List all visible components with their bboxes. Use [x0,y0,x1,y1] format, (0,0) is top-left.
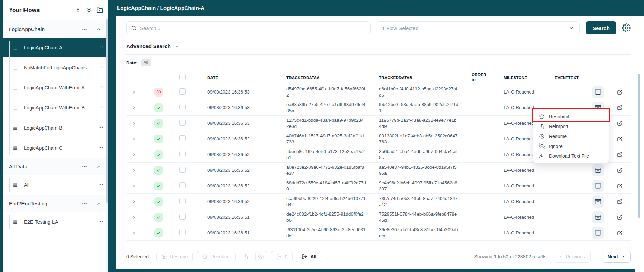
sidebar-item[interactable]: LogicAppChain-WithError-B [3,98,108,118]
ignore-icon-button[interactable] [255,251,267,262]
expand-row-icon[interactable] [126,183,144,189]
ellipsis-icon[interactable] [98,144,104,150]
row-checkbox[interactable] [179,214,186,220]
ellipsis-icon[interactable] [98,84,104,90]
sidebar-scrollbar[interactable] [106,17,108,272]
ellipsis-icon[interactable] [82,27,87,32]
row-checkbox[interactable] [179,198,186,204]
sidebar-scrollbar-thumb[interactable] [106,19,108,203]
advanced-search-toggle[interactable]: Advanced Search [126,43,180,49]
eventtext-archive-button[interactable] [592,211,604,223]
table-row[interactable]: 09/08/2023 16:36:53 d5497fbc-6655-4f1e-b… [126,84,631,100]
sidebar-group-header[interactable]: End2EndTesting [3,195,108,213]
search-button[interactable]: Search [586,21,616,34]
flow-select[interactable]: 1 Flow Selected [377,21,580,34]
row-checkbox[interactable] [179,229,186,235]
row-checkbox[interactable] [179,135,186,141]
row-checkbox[interactable] [179,151,186,157]
context-menu-item-resume[interactable]: Resume [533,131,609,141]
eventtext-archive-button[interactable] [592,227,604,239]
search-input[interactable] [140,25,366,31]
sidebar-item[interactable]: E2E-Testing-LA [3,213,108,232]
expand-row-icon[interactable] [126,121,144,126]
column-header-milestone[interactable]: MILESTONE [504,75,555,80]
external-link-icon[interactable] [609,183,631,189]
ellipsis-icon[interactable] [82,164,87,169]
expand-all-icon[interactable] [86,7,92,13]
row-checkbox[interactable] [179,88,186,95]
sidebar-group-header[interactable]: LogicAppChain [3,20,108,38]
previous-page-button[interactable]: Previous [553,251,590,263]
expand-row-icon[interactable] [126,215,144,220]
column-header-trackeddatab[interactable]: TRACKEDDATAB [379,75,472,80]
status-success-icon [154,103,163,112]
external-link-icon[interactable] [609,199,631,204]
sidebar-item[interactable]: NoMatchForLogicAppChains [3,58,108,78]
page-scrollbar-thumb[interactable] [638,74,640,218]
resume-button[interactable]: Resume [156,251,193,262]
context-menu-item-ignore[interactable]: Ignore [533,141,609,151]
sidebar-item[interactable]: LogicAppChain-C [3,138,108,158]
reimport-icon-button[interactable] [240,251,251,262]
sidebar-group-header[interactable]: All Data [3,158,108,175]
external-link-icon[interactable] [609,152,631,157]
column-header-eventtext[interactable]: EVENTTEXT [555,75,609,80]
table-row[interactable]: 09/08/2023 16:36:51 de24c082-f1b2-4cf1-8… [126,209,631,225]
export-count-button[interactable]: 0 [271,251,293,262]
row-checkbox[interactable] [179,120,186,126]
ellipsis-icon[interactable] [98,64,104,70]
chevron-up-icon[interactable] [96,27,101,32]
expand-row-icon[interactable] [126,199,144,204]
expand-row-icon[interactable] [126,152,144,157]
next-page-button[interactable]: Next [602,251,631,263]
sidebar-item[interactable]: LogicAppChain-B [3,118,108,138]
ellipsis-icon[interactable] [98,104,104,110]
external-link-icon[interactable] [609,215,631,220]
external-link-icon[interactable] [609,121,631,126]
sidebar-item[interactable]: LogicAppChain-A [3,38,108,57]
expand-row-icon[interactable] [126,230,144,236]
expand-row-icon[interactable] [126,168,144,173]
table-row[interactable]: 09/08/2023 16:36:52 68ddd72c-559c-4184-b… [126,178,631,194]
row-checkbox[interactable] [179,104,186,110]
column-header-order-id[interactable]: ORDER ID [472,72,504,83]
row-checkbox[interactable] [179,167,186,173]
expand-row-icon[interactable] [126,105,144,111]
external-link-icon[interactable] [609,89,631,95]
context-menu-item-download-text-file[interactable]: Download Text File [533,151,609,161]
column-header-date[interactable]: DATE [188,75,286,80]
external-link-icon[interactable] [609,136,631,142]
context-menu-item-resubmit[interactable]: Resubmit [533,112,609,121]
ellipsis-icon[interactable] [98,182,104,187]
eventtext-archive-button[interactable] [592,86,604,98]
table-row[interactable]: 09/08/2023 16:36:52 cca99b9c-8229-42f4-a… [126,194,631,209]
ellipsis-icon[interactable] [98,219,104,224]
ellipsis-icon[interactable] [98,124,104,130]
sidebar-item[interactable]: LogicAppChain-WithError-A [3,78,108,98]
chevron-up-icon[interactable] [96,201,101,206]
eventtext-archive-button[interactable] [592,164,604,176]
eventtext-archive-button[interactable] [592,196,604,208]
external-link-icon[interactable] [609,105,631,111]
table-row[interactable]: 09/08/2023 16:36:52 a0e723e2-09a6-4772-9… [126,163,631,178]
ellipsis-icon[interactable] [98,44,104,50]
table-row[interactable]: 09/08/2023 16:36:51 f6311004-2c5e-4b60-8… [126,225,631,241]
external-link-icon[interactable] [609,168,631,173]
ellipsis-icon[interactable] [82,201,87,206]
external-link-icon[interactable] [609,230,631,236]
date-filter-chip[interactable]: All [141,59,152,66]
collapse-all-icon[interactable] [75,7,81,13]
sidebar-item[interactable]: All [3,175,108,195]
context-menu-item-reimport[interactable]: Reimport [533,121,609,131]
select-all-checkbox[interactable] [179,74,186,80]
column-header-trackeddataa[interactable]: TRACKEDDATAA [286,75,379,80]
settings-gear-icon[interactable] [622,23,631,32]
expand-row-icon[interactable] [126,136,144,142]
chevron-up-icon[interactable] [96,164,101,169]
folder-icon[interactable] [97,7,103,13]
resubmit-button[interactable]: Resubmit [197,251,236,262]
eventtext-archive-button[interactable] [592,180,604,192]
export-all-button[interactable]: All [297,251,321,262]
row-checkbox[interactable] [179,182,186,188]
expand-row-icon[interactable] [126,89,144,95]
